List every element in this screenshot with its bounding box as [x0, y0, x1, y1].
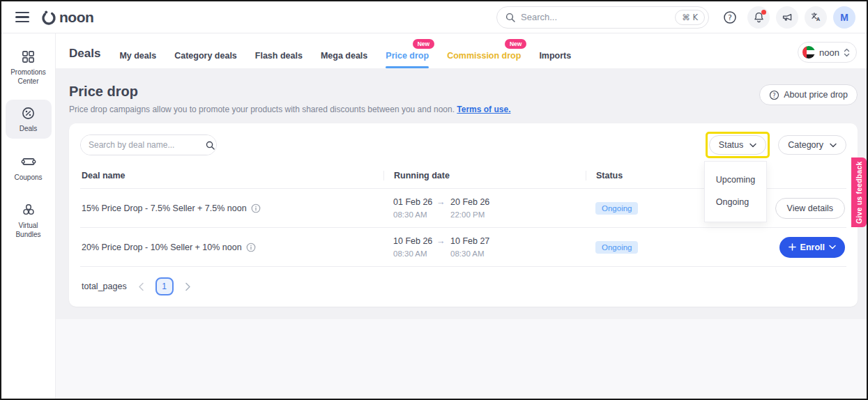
- tab-flash-deals[interactable]: Flash deals: [255, 51, 303, 61]
- question-circle-icon: ?: [769, 90, 779, 100]
- prev-page-button[interactable]: [138, 282, 144, 291]
- status-badge: Ongoing: [595, 202, 638, 215]
- about-price-drop-button[interactable]: ? About price drop: [759, 84, 858, 105]
- about-button-label: About price drop: [784, 90, 848, 100]
- header-status: Status: [586, 171, 704, 180]
- noon-logo[interactable]: noon: [40, 9, 93, 26]
- info-icon[interactable]: [246, 243, 256, 252]
- new-badge: New: [505, 39, 526, 49]
- sidebar: Promotions Center Deals Coupons Virtual …: [1, 33, 56, 399]
- tab-label: Commission drop: [447, 51, 521, 61]
- up-down-chevron-icon: [844, 48, 850, 57]
- view-details-button[interactable]: View details: [775, 198, 845, 219]
- start-date: 01 Feb 26: [393, 197, 436, 207]
- search-icon: [505, 13, 515, 22]
- noon-logo-text: noon: [59, 9, 93, 26]
- announcements-megaphone-icon[interactable]: [776, 6, 798, 29]
- bundle-icon: [21, 202, 36, 217]
- plus-icon: [789, 243, 796, 251]
- notification-dot: [761, 10, 766, 15]
- sidebar-item-label: Promotions Center: [7, 68, 50, 86]
- deals-tabbar: Deals My deals Category deals Flash deal…: [56, 33, 867, 68]
- chevron-down-icon: [749, 143, 756, 148]
- country-selector-label: noon: [819, 47, 839, 58]
- page-number-button[interactable]: 1: [155, 277, 174, 295]
- header-deal-name: Deal name: [80, 171, 383, 180]
- country-store-selector[interactable]: noon: [798, 42, 857, 63]
- page-description: Price drop campaigns allow you to promot…: [69, 105, 510, 114]
- start-time: 08:30 AM: [393, 249, 436, 258]
- user-avatar[interactable]: M: [833, 6, 855, 29]
- tab-price-drop[interactable]: Price drop New: [386, 51, 429, 61]
- status-dropdown-menu: Upcoming Ongoing: [704, 161, 767, 222]
- end-time: 08:30 AM: [450, 249, 494, 258]
- deal-search-button[interactable]: [204, 135, 216, 155]
- keyboard-shortcut-badge: ⌘ K: [675, 10, 705, 25]
- sidebar-item-label: Virtual Bundles: [7, 222, 50, 239]
- tabbar-title: Deals: [69, 47, 100, 61]
- svg-text:A: A: [816, 16, 820, 22]
- chevron-down-icon: [830, 143, 837, 148]
- next-page-button[interactable]: [185, 282, 191, 291]
- pagination-label: total_pages: [82, 282, 127, 291]
- terms-of-use-link[interactable]: Terms of use.: [457, 105, 510, 114]
- category-filter-label: Category: [788, 140, 823, 150]
- category-filter-dropdown[interactable]: Category: [778, 135, 846, 155]
- table-row: 20% Price Drop - 10% Seller + 10% noon 1…: [80, 228, 846, 267]
- status-highlight-box: Status: [706, 132, 770, 158]
- price-drop-content: Price drop Price drop campaigns allow yo…: [56, 68, 867, 399]
- tab-imports[interactable]: Imports: [539, 51, 571, 61]
- tab-mega-deals[interactable]: Mega deals: [321, 51, 367, 61]
- status-filter-label: Status: [719, 140, 743, 150]
- status-option-ongoing[interactable]: Ongoing: [705, 191, 766, 213]
- topbar-icons: ? A M: [719, 6, 855, 29]
- noon-logo-icon: [40, 9, 57, 26]
- tab-my-deals[interactable]: My deals: [119, 51, 156, 61]
- deal-search-input[interactable]: [81, 135, 204, 155]
- global-search[interactable]: ⌘ K: [496, 6, 709, 29]
- svg-text:?: ?: [728, 13, 732, 22]
- sidebar-item-label: Coupons: [14, 174, 42, 183]
- status-filter-dropdown[interactable]: Status: [709, 135, 766, 155]
- chevron-down-icon: [829, 245, 836, 249]
- end-time: 22:00 PM: [450, 210, 494, 219]
- sidebar-item-virtual-bundles[interactable]: Virtual Bundles: [6, 196, 52, 244]
- end-date: 20 Feb 26: [450, 197, 494, 207]
- sidebar-item-promotions-center[interactable]: Promotions Center: [6, 43, 52, 91]
- arrow-right-icon: →: [436, 236, 450, 246]
- notifications-bell-icon[interactable]: [747, 6, 770, 29]
- sidebar-item-coupons[interactable]: Coupons: [6, 148, 52, 187]
- give-feedback-tab[interactable]: Give us feedback: [851, 157, 867, 227]
- app-window: noon ⌘ K ? A M: [0, 0, 868, 400]
- page-title: Price drop: [69, 84, 510, 100]
- tab-commission-drop[interactable]: Commission drop New: [447, 51, 521, 61]
- translate-icon[interactable]: A: [805, 6, 827, 29]
- uae-flag-icon: [802, 46, 815, 59]
- start-time: 08:30 AM: [393, 210, 436, 219]
- grid-icon: [21, 49, 36, 64]
- header-running-date: Running date: [383, 171, 586, 180]
- sidebar-item-deals[interactable]: Deals: [6, 100, 52, 139]
- deal-search[interactable]: [80, 134, 217, 155]
- enroll-button[interactable]: Enroll: [779, 237, 845, 258]
- status-option-upcoming[interactable]: Upcoming: [705, 169, 766, 191]
- start-date: 10 Feb 26: [393, 236, 436, 246]
- pagination: total_pages 1: [80, 267, 846, 307]
- ticket-icon: [21, 154, 36, 169]
- arrow-right-icon: →: [436, 197, 450, 207]
- page-description-text: Price drop campaigns allow you to promot…: [69, 105, 455, 114]
- help-icon[interactable]: ?: [719, 6, 741, 29]
- tab-label: Price drop: [386, 51, 429, 61]
- new-badge: New: [413, 39, 434, 49]
- info-icon[interactable]: [251, 203, 261, 213]
- status-badge: Ongoing: [595, 241, 638, 254]
- hamburger-menu-icon[interactable]: [15, 12, 29, 23]
- deal-name: 20% Price Drop - 10% Seller + 10% noon: [82, 243, 242, 252]
- end-date: 10 Feb 27: [450, 236, 494, 246]
- tab-category-deals[interactable]: Category deals: [174, 51, 237, 61]
- topbar: noon ⌘ K ? A M: [1, 1, 867, 33]
- deals-card: Status Upcoming Ongoing: [69, 123, 858, 307]
- svg-text:?: ?: [773, 91, 776, 98]
- sidebar-item-label: Deals: [20, 125, 38, 134]
- global-search-input[interactable]: [521, 12, 669, 22]
